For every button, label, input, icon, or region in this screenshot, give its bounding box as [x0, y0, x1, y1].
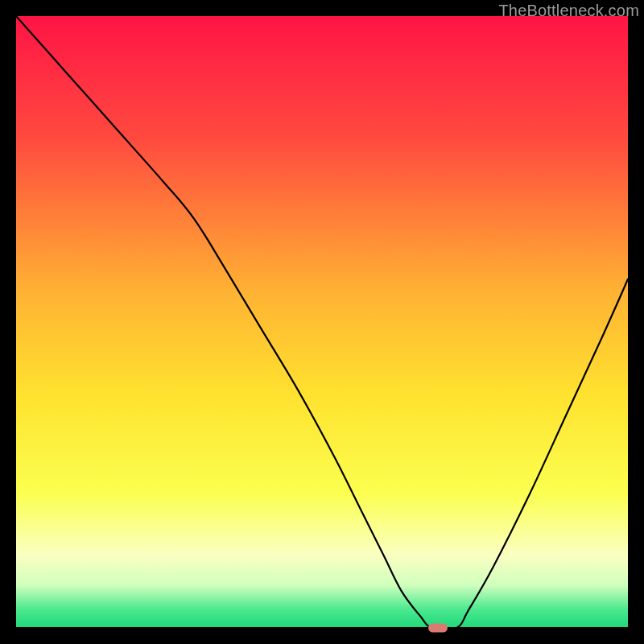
chart-frame: TheBottleneck.com	[0, 0, 644, 644]
optimal-point-marker	[428, 624, 448, 633]
gradient-background	[16, 16, 628, 628]
watermark-label: TheBottleneck.com	[498, 2, 639, 20]
x-axis-baseline	[16, 627, 628, 629]
bottleneck-plot	[16, 16, 628, 628]
